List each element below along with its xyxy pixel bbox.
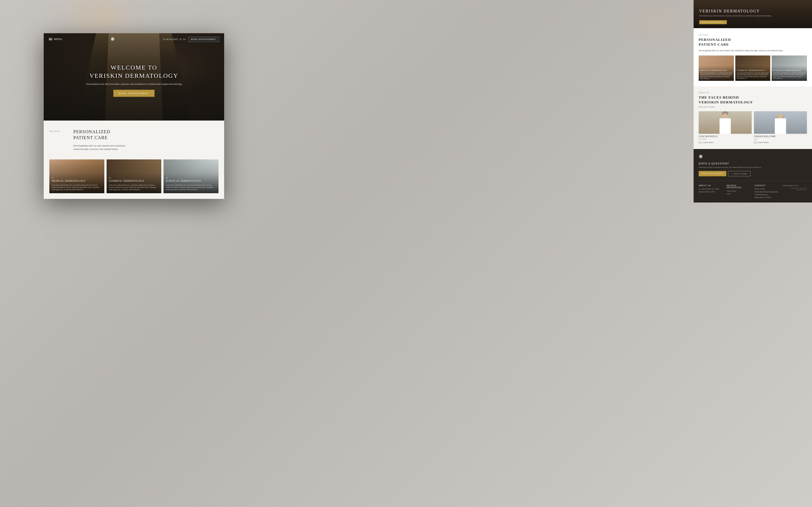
right-about-section: About Us THE FACES BEHIND VERISKIN DERMA… — [694, 87, 812, 149]
nav-date: 12-06-29 (GMT -5), TN — [163, 38, 186, 41]
service-card-title-3: SURGICAL DERMATOLOGY — [166, 179, 216, 183]
doctor-cred-1: D.O, FAAD — [699, 138, 752, 140]
right-hero-book-button[interactable]: BOOK APPOINTMENT — [699, 20, 727, 24]
doctor-learn-more-2[interactable]: › LEARN MORE — [754, 141, 807, 144]
main-website-mockup: MENU ❋ 12-06-29 (GMT -5), TN BOOK APPOIN… — [44, 33, 224, 199]
learn-more-icon-2: › — [754, 141, 757, 144]
menu-toggle[interactable]: MENU — [49, 38, 63, 41]
hero-section: MENU ❋ 12-06-29 (GMT -5), TN BOOK APPOIN… — [44, 33, 224, 121]
doctor-body-1 — [719, 118, 731, 134]
footer-patient-title: PATIENT RESOURCES — [726, 184, 751, 188]
learn-more-icon-1: › — [699, 141, 702, 144]
footer-cta-heading: HAVE A QUESTION? — [699, 162, 807, 165]
right-footer-cta: ❋ HAVE A QUESTION? Feel free to reach ou… — [694, 149, 812, 181]
right-hero-section: VERISKIN DERMATOLOGY Personalized care w… — [694, 0, 812, 28]
footer-contact-address: 132288 Watauga St. — [755, 193, 779, 196]
footer-date: 12-06-29 (GMT -5), TN — [782, 184, 807, 187]
footer-about-col: ABOUT US Dr. Luke Maxfield, D.O, FAAD Ch… — [699, 184, 723, 199]
right-panel-mockup: VERISKIN DERMATOLOGY Personalized care w… — [694, 0, 812, 507]
phone-icon: 📞 — [731, 173, 734, 175]
service-cards-container: 01 MEDICAL DERMATOLOGY Lorem ipsum place… — [44, 157, 224, 199]
services-content: PERSONALIZED PATIENT CARE We thoughtfull… — [73, 129, 218, 151]
footer-patient-item-2: FAQs — [726, 193, 751, 195]
doctor-image-2 — [754, 111, 807, 134]
menu-label: MENU — [54, 38, 63, 41]
service-card-num-3: 03 — [166, 177, 216, 179]
service-card-content-1: 01 MEDICAL DERMATOLOGY Lorem ipsum place… — [52, 177, 102, 191]
doctor-name-2: CHASEN HALCOMB — [754, 135, 807, 138]
service-card-title-2: COSMETIC DERMATOLOGY — [109, 179, 159, 183]
right-hero-content: VERISKIN DERMATOLOGY Personalized care w… — [699, 9, 806, 24]
service-card-num-1: 01 — [52, 177, 102, 179]
rsc-desc-1: Lorem ipsum placeholder text, consectetu… — [700, 72, 732, 79]
footer-patient-item-1: Patient Forms — [726, 190, 751, 193]
hero-tagline: Personalized care with innovation, purpo… — [62, 82, 206, 86]
footer-contact-col: CONTACT (423) 712-9301 skininfo@veriskin… — [755, 184, 779, 199]
footer-phone-button[interactable]: 📞 (423) 712-9301 — [728, 171, 751, 176]
footer-patient-col: PATIENT RESOURCES Patient Forms FAQs — [726, 184, 751, 199]
service-card-num-2: 02 — [109, 177, 159, 179]
doctor-cred-2: PA-C — [754, 138, 807, 140]
right-footer-info: ABOUT US Dr. Luke Maxfield, D.O, FAAD Ch… — [694, 181, 812, 203]
right-services-section: Services PERSONALIZED PATIENT CARE We th… — [694, 28, 812, 87]
rsc-content-2: COSMETIC DERMATOLOGY Lorem ipsum placeho… — [737, 69, 769, 79]
doctor-card-1: LUKE MAXFIELD D.O, FAAD › LEARN MORE — [699, 111, 752, 144]
doctor-body-2 — [775, 118, 786, 134]
right-about-subtitle: Meet Your Providers — [699, 106, 807, 108]
footer-about-item-1: Dr. Luke Maxfield, D.O, FAAD — [699, 188, 723, 191]
rsc-content-3: SURGICAL DERMATOLOGY Lorem ipsum placeho… — [773, 69, 806, 79]
service-card-desc-1: Lorem ipsum placeholder text, consectetu… — [52, 184, 102, 191]
services-section: Services PERSONALIZED PATIENT CARE We th… — [44, 121, 224, 157]
footer-date-copyright-col: 12-06-29 (GMT -5), TN Copyright 2024 VER… — [782, 184, 807, 199]
service-card-desc-3: Lorem ipsum placeholder text, consectetu… — [166, 184, 216, 191]
service-card-content-2: 02 COSMETIC DERMATOLOGY Lorem ipsum plac… — [109, 177, 159, 191]
footer-book-button[interactable]: BOOK APPOINTMENT — [699, 171, 726, 176]
footer-contact-city: Soddy-Daisy, TN 37379 — [755, 196, 779, 199]
service-card-medical[interactable]: 01 MEDICAL DERMATOLOGY Lorem ipsum place… — [49, 159, 104, 193]
footer-cta-subtext: Feel free to reach out anytime you want.… — [699, 166, 807, 169]
footer-contact-email: skininfo@veriskindermatology.com — [755, 191, 779, 193]
logo-icon: ❋ — [110, 36, 115, 42]
doctor-image-1 — [699, 111, 752, 134]
hamburger-icon — [49, 38, 52, 41]
right-about-label: About Us — [699, 92, 807, 94]
services-description: We thoughtfully tailor our care towards … — [73, 144, 130, 151]
doctor-learn-more-1[interactable]: › LEARN MORE — [699, 141, 752, 144]
footer-about-title: ABOUT US — [699, 184, 723, 186]
right-services-label: Services — [699, 34, 807, 36]
services-label: Services — [49, 129, 65, 151]
right-services-desc: We thoughtfully tailor our care towards … — [699, 49, 807, 52]
right-services-title: PERSONALIZED PATIENT CARE — [699, 38, 807, 47]
doctor-name-1: LUKE MAXFIELD — [699, 135, 752, 138]
footer-copyright: Copyright 2024 VERI-SKIN DERMATOLOGY — [782, 187, 807, 191]
rsc-title-3: SURGICAL DERMATOLOGY — [773, 69, 806, 72]
service-card-title-1: MEDICAL DERMATOLOGY — [52, 179, 102, 183]
footer-contact-phone: (423) 712-9301 — [755, 188, 779, 191]
rsc-content-1: MEDICAL DERMATOLOGY Lorem ipsum placehol… — [700, 69, 732, 79]
footer-about-item-2: Chasen Halcomb, PA-C — [699, 191, 723, 193]
service-card-surgical[interactable]: 03 SURGICAL DERMATOLOGY Lorem ipsum plac… — [163, 159, 218, 193]
services-title: PERSONALIZED PATIENT CARE — [73, 129, 218, 141]
right-service-card-medical[interactable]: MEDICAL DERMATOLOGY Lorem ipsum placehol… — [699, 55, 734, 81]
hero-cta-button[interactable]: BOOK APPOINTMENT — [113, 90, 155, 97]
doctors-container: LUKE MAXFIELD D.O, FAAD › LEARN MORE CHA… — [699, 111, 807, 144]
service-card-desc-2: Lorem ipsum placeholder text, consectetu… — [109, 184, 159, 191]
right-about-title: THE FACES BEHIND VERISKIN DERMATOLOGY — [699, 95, 807, 105]
footer-contact-title: CONTACT — [755, 184, 779, 186]
right-service-card-cosmetic[interactable]: COSMETIC DERMATOLOGY Lorem ipsum placeho… — [735, 55, 770, 81]
rsc-title-1: MEDICAL DERMATOLOGY — [700, 69, 732, 72]
right-service-card-surgical[interactable]: SURGICAL DERMATOLOGY Lorem ipsum placeho… — [772, 55, 807, 81]
nav-book-button[interactable]: BOOK APPOINTMENT — [188, 37, 219, 42]
rsc-desc-3: Lorem ipsum placeholder text, consectetu… — [773, 72, 806, 79]
doctor-card-2: CHASEN HALCOMB PA-C › LEARN MORE — [754, 111, 807, 144]
right-service-cards: MEDICAL DERMATOLOGY Lorem ipsum placehol… — [699, 55, 807, 81]
service-card-cosmetic[interactable]: 02 COSMETIC DERMATOLOGY Lorem ipsum plac… — [107, 159, 161, 193]
rsc-title-2: COSMETIC DERMATOLOGY — [737, 69, 769, 72]
hero-title: WELCOME TO VERISKIN DERMATOLOGY — [62, 64, 206, 80]
footer-logo-icon: ❋ — [699, 154, 703, 160]
blur-decoration-2 — [629, 0, 685, 42]
service-card-content-3: 03 SURGICAL DERMATOLOGY Lorem ipsum plac… — [166, 177, 216, 191]
navigation: MENU ❋ 12-06-29 (GMT -5), TN BOOK APPOIN… — [44, 33, 224, 45]
nav-right: 12-06-29 (GMT -5), TN BOOK APPOINTMENT — [163, 37, 219, 42]
footer-cta-buttons: BOOK APPOINTMENT 📞 (423) 712-9301 — [699, 171, 807, 176]
